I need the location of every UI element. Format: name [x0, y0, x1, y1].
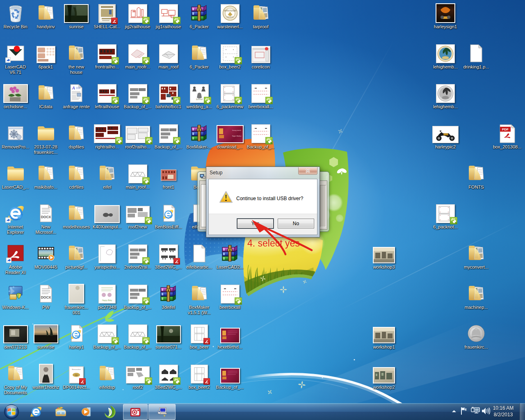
svg-text:SEAL: SEAL	[75, 374, 78, 376]
svg-text:Schmidt: Schmidt	[196, 98, 203, 100]
svg-text:PDF: PDF	[502, 128, 509, 131]
svg-text:Night Walker: Night Walker	[232, 135, 242, 137]
svg-text:WARSTEINER: WARSTEINER	[224, 10, 237, 12]
svg-text:PREMIUM: PREMIUM	[226, 16, 233, 18]
svg-text:Memorandum: Memorandum	[72, 369, 81, 370]
svg-text:heavy metal: heavy metal	[232, 129, 241, 131]
svg-text:Happy Bday: Happy Bday	[102, 299, 112, 301]
